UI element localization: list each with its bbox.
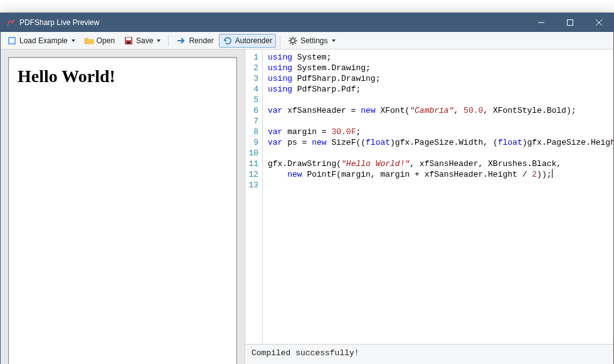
status-panel: Compiled successfully! [245,345,613,364]
svg-rect-5 [126,38,131,40]
svg-point-7 [291,38,295,42]
line-number: 5 [245,95,258,105]
svg-line-15 [295,38,296,39]
svg-point-0 [7,25,9,27]
line-number-gutter: 12345678910111213 [245,49,263,344]
toolbar-separator [280,35,280,46]
arrow-right-icon [176,36,186,46]
line-number: 9 [245,137,258,148]
svg-line-12 [290,38,291,39]
code-line[interactable]: using PdfSharp.Drawing; [268,73,608,84]
code-editor[interactable]: 12345678910111213 using System;using Sys… [245,49,613,345]
code-line[interactable]: var xfSansHeader = new XFont("Cambria", … [268,105,608,116]
folder-open-icon [84,36,94,46]
render-button[interactable]: Render [172,34,217,48]
app-icon [6,18,16,28]
code-line[interactable]: using System.Drawing; [268,63,608,73]
chevron-down-icon [332,39,336,42]
autorender-label: Autorender [235,36,272,45]
chevron-down-icon [157,39,161,42]
save-label: Save [136,36,153,45]
close-button[interactable] [585,13,613,32]
line-number: 1 [245,52,258,63]
floppy-disk-icon [124,36,134,46]
titlebar: PDFSharp Live Preview [1,13,613,32]
preview-page: Hello World! [8,57,237,364]
load-example-label: Load Example [19,36,68,45]
code-line[interactable]: var margin = 30.0F; [268,127,608,137]
svg-rect-1 [568,20,573,26]
code-line[interactable] [268,116,608,127]
render-label: Render [189,36,213,45]
right-panel: 12345678910111213 using System;using Sys… [245,49,613,364]
status-text: Compiled successfully! [251,348,359,358]
preview-panel: Hello World! [1,49,245,364]
toolbar: Load Example Open Save Render [1,32,613,49]
preview-heading: Hello World! [18,66,228,86]
chevron-down-icon [71,39,75,42]
load-example-button[interactable]: Load Example [3,34,79,48]
line-number: 3 [245,73,258,84]
svg-line-14 [290,43,291,44]
code-area[interactable]: using System;using System.Drawing;using … [263,49,613,344]
svg-line-13 [295,43,296,44]
settings-label: Settings [300,36,327,45]
gear-icon [288,36,298,46]
line-number: 4 [245,84,258,95]
open-button[interactable]: Open [80,34,119,48]
code-line[interactable]: using PdfSharp.Pdf; [268,84,608,95]
line-number: 11 [245,159,258,169]
refresh-icon [223,36,233,46]
open-label: Open [97,36,115,45]
content-area: Hello World! 12345678910111213 using Sys… [1,49,613,364]
line-number: 7 [245,116,258,127]
line-number: 2 [245,63,258,73]
svg-rect-6 [127,41,130,44]
load-example-icon [7,36,17,46]
toolbar-separator [168,35,169,46]
line-number: 6 [245,105,258,116]
maximize-button[interactable] [556,13,585,32]
save-button[interactable]: Save [120,34,164,48]
code-line[interactable]: using System; [268,52,608,63]
code-line[interactable] [268,95,608,105]
code-line[interactable]: var ps = new SizeF((float)gfx.PageSize.W… [268,137,608,148]
line-number: 10 [245,148,258,159]
autorender-button[interactable]: Autorender [219,34,276,48]
window-title: PDFSharp Live Preview [19,18,99,27]
code-line[interactable]: gfx.DrawString("Hello World!", xfSansHea… [268,159,608,169]
line-number: 12 [245,169,258,180]
minimize-button[interactable] [527,13,556,32]
code-line[interactable]: new PointF(margin, margin + xfSansHeader… [268,169,608,180]
line-number: 13 [245,180,258,190]
window: PDFSharp Live Preview Load Example Open [0,13,614,364]
code-line[interactable] [268,180,608,190]
code-line[interactable] [268,148,608,159]
settings-button[interactable]: Settings [284,34,339,48]
line-number: 8 [245,127,258,137]
svg-rect-3 [9,38,14,43]
